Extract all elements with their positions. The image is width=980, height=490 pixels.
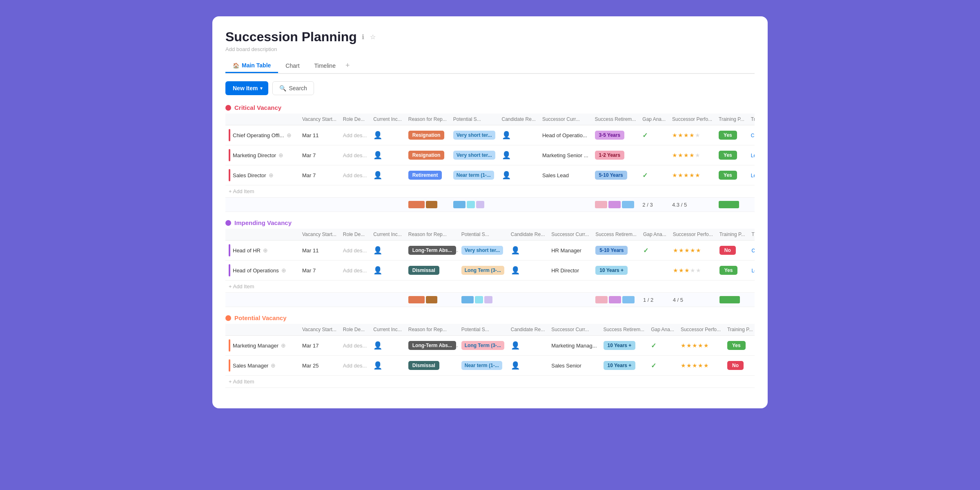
successor-performance: ★★★★★ xyxy=(670,241,716,261)
add-row-icon[interactable]: ⊕ xyxy=(269,172,274,178)
training-priority: No xyxy=(724,356,755,376)
col-header-1: Vacancy Start... xyxy=(299,114,340,125)
page-title-row: Succession Planning ℹ ☆ xyxy=(225,29,755,45)
current-incumbent: 👤 xyxy=(370,241,405,261)
gap-analysis: ✓ xyxy=(648,356,677,376)
col-header-2: Role De... xyxy=(340,229,370,241)
training-link[interactable]: Leadership Training xyxy=(751,173,755,178)
row-bar xyxy=(229,339,230,352)
success-retirement: 3-5 Years xyxy=(592,125,639,145)
role-desc[interactable]: Add des... xyxy=(340,356,370,376)
person-icon: 👤 xyxy=(511,361,520,370)
add-tab-button[interactable]: + xyxy=(343,58,352,73)
success-retirement: 10 Years + xyxy=(600,336,648,356)
col-header-3: Current Inc... xyxy=(370,229,405,241)
role-desc[interactable]: Add des... xyxy=(340,241,370,261)
table-row: Chief Operating Offi... ⊕ Mar 11Add des.… xyxy=(225,125,755,145)
successor-current: Head of Operatio... xyxy=(539,125,592,145)
person-icon: 👤 xyxy=(502,151,511,159)
row-bar xyxy=(229,149,230,161)
training-link[interactable]: Leadership Training xyxy=(751,153,755,158)
col-header-1: Vacancy Start... xyxy=(299,229,340,241)
search-icon: 🔍 xyxy=(279,85,286,91)
col-header-2: Role De... xyxy=(340,324,370,336)
reason-badge: Long-Term Abs... xyxy=(408,246,456,255)
col-header-8: Success Retirem... xyxy=(592,114,639,125)
add-item-label[interactable]: + Add Item xyxy=(225,376,755,388)
add-item-label[interactable]: + Add Item xyxy=(225,281,755,293)
star-rating: ★★★★★ xyxy=(672,132,701,138)
successor-current: Sales Lead xyxy=(539,165,592,185)
retirement-badge: 10 Years + xyxy=(604,341,636,350)
training-link[interactable]: C-Suite Training xyxy=(751,133,755,138)
col-header-7: Successor Curr... xyxy=(539,114,592,125)
add-row-icon[interactable]: ⊕ xyxy=(263,247,268,254)
col-header-9: Gap Ana... xyxy=(639,114,669,125)
reason-badge: Resignation xyxy=(408,151,445,160)
star-rating: ★★★★★ xyxy=(681,362,709,369)
role-desc[interactable]: Add des... xyxy=(340,165,370,185)
role-desc[interactable]: Add des... xyxy=(340,336,370,356)
app-container: Succession Planning ℹ ☆ Add board descri… xyxy=(212,16,768,408)
add-row-icon[interactable]: ⊕ xyxy=(287,132,292,138)
person-icon: 👤 xyxy=(511,246,520,254)
tab-timeline[interactable]: Timeline xyxy=(307,59,343,73)
successor-performance: ★★★★★ xyxy=(677,356,724,376)
role-desc[interactable]: Add des... xyxy=(340,261,370,281)
section-header-impending: Impending Vacancy xyxy=(225,219,755,226)
potential-badge: Very short ter... xyxy=(453,131,495,140)
role-desc[interactable]: Add des... xyxy=(340,145,370,165)
person-icon: 👤 xyxy=(373,246,382,254)
col-header-3: Current Inc... xyxy=(370,114,405,125)
person-icon: 👤 xyxy=(373,171,382,179)
training-priority: Yes xyxy=(724,336,755,356)
training-link[interactable]: Leadership Training xyxy=(751,268,755,274)
add-row-icon[interactable]: ⊕ xyxy=(281,342,286,349)
table-wrapper-impending: Vacancy Start...Role De...Current Inc...… xyxy=(225,229,755,307)
role-desc[interactable]: Add des... xyxy=(340,125,370,145)
col-header-8: Success Retirem... xyxy=(592,229,640,241)
info-icon[interactable]: ℹ xyxy=(361,32,365,42)
col-header-11: Training P... xyxy=(715,114,748,125)
success-retirement: 5-10 Years xyxy=(592,165,639,185)
potential-badge: Long Term (3-... xyxy=(461,341,504,350)
add-item-label[interactable]: + Add Item xyxy=(225,185,755,198)
table-row: Marketing Manager ⊕ Mar 17Add des...👤Lon… xyxy=(225,336,755,356)
training-link[interactable]: C-Suite Training xyxy=(751,248,755,254)
person-icon: 👤 xyxy=(373,151,382,159)
training-priority-badge: Yes xyxy=(719,266,738,275)
add-item-row[interactable]: + Add Item xyxy=(225,281,755,293)
person-icon: 👤 xyxy=(373,131,382,139)
col-header-9: Gap Ana... xyxy=(640,229,670,241)
successor-performance: ★★★★★ xyxy=(669,125,715,145)
candidate-readiness: 👤 xyxy=(508,356,548,376)
add-row-icon[interactable]: ⊕ xyxy=(271,362,276,369)
col-header-4: Reason for Rep... xyxy=(405,114,450,125)
reason-for-replacement: Resignation xyxy=(405,145,450,165)
new-item-button[interactable]: New Item ▾ xyxy=(225,81,268,95)
col-header-4: Reason for Rep... xyxy=(405,229,458,241)
gap-analysis: ✓ xyxy=(639,125,669,145)
person-icon: 👤 xyxy=(373,266,382,274)
success-retirement: 5-10 Years xyxy=(592,241,640,261)
table-row: Marketing Director ⊕ Mar 7Add des...👤Res… xyxy=(225,145,755,165)
reason-for-replacement: Long-Term Abs... xyxy=(405,336,458,356)
search-button[interactable]: 🔍 Search xyxy=(272,81,314,95)
tab-main-table[interactable]: 🏠 Main Table xyxy=(225,59,278,73)
col-header-6: Candidate Re... xyxy=(508,229,548,241)
tab-chart[interactable]: Chart xyxy=(278,59,307,73)
board-description[interactable]: Add board description xyxy=(225,46,755,52)
add-row-icon[interactable]: ⊕ xyxy=(281,267,286,274)
col-header-5: Potential S... xyxy=(458,229,508,241)
training-priority: Yes xyxy=(715,165,748,185)
table-critical: Vacancy Start...Role De...Current Inc...… xyxy=(225,114,755,212)
gap-check-icon: ✓ xyxy=(642,132,648,139)
gap-analysis xyxy=(640,261,670,281)
section-dot-potential xyxy=(225,315,231,321)
section-title-critical: Critical Vacancy xyxy=(234,104,281,111)
training-priority-badge: Yes xyxy=(719,151,737,160)
add-item-row[interactable]: + Add Item xyxy=(225,185,755,198)
star-icon[interactable]: ☆ xyxy=(369,32,376,42)
add-row-icon[interactable]: ⊕ xyxy=(278,152,283,158)
add-item-row[interactable]: + Add Item xyxy=(225,376,755,388)
